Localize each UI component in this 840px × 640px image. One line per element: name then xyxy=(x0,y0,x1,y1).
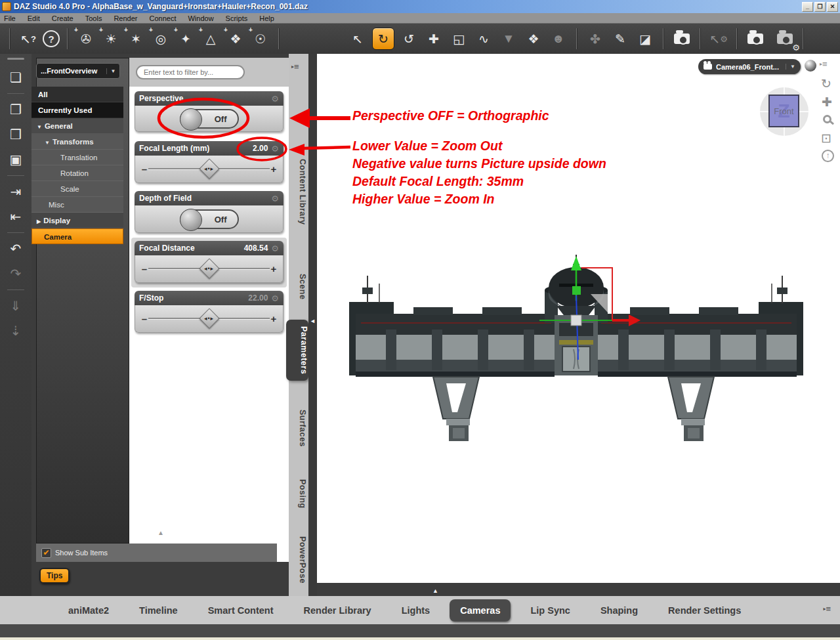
tree-item-transforms[interactable]: ▼Transforms xyxy=(32,134,123,150)
restore-button[interactable]: ❐ xyxy=(814,2,826,12)
tab-surfaces[interactable]: Surfaces xyxy=(290,410,307,447)
tree-item-all[interactable]: All xyxy=(32,87,123,102)
tree-item-translation[interactable]: Translation xyxy=(32,150,123,165)
new-point-light-icon[interactable]: +✶ xyxy=(125,28,146,49)
tree-item-camera-selected[interactable]: Camera xyxy=(32,228,123,244)
toggle-knob[interactable] xyxy=(180,108,202,131)
surface-selection-tool-icon[interactable]: ❖ xyxy=(523,28,544,49)
tab-lip-sync[interactable]: Lip Sync xyxy=(520,599,580,622)
node-selection-tool-icon[interactable]: ↖? xyxy=(18,28,39,49)
gear-icon[interactable]: ⚙ xyxy=(271,244,279,253)
slider-plus[interactable]: + xyxy=(270,313,278,324)
minimize-button[interactable]: _ xyxy=(802,2,813,12)
slider-plus[interactable]: + xyxy=(270,163,278,175)
menu-create[interactable]: Create xyxy=(52,14,74,22)
open-recent-icon[interactable]: ❒ xyxy=(6,123,26,146)
tab-parameters-active[interactable]: Parameters xyxy=(286,320,308,381)
geometry-editor-icon[interactable]: ◪ xyxy=(635,28,656,49)
tree-item-general[interactable]: ▼General xyxy=(32,118,123,134)
draw-style-sphere-icon[interactable] xyxy=(805,60,816,72)
focal-distance-value[interactable]: 408.54 xyxy=(244,244,268,253)
view-cube-front-face[interactable]: Z Front xyxy=(768,95,799,127)
undo-icon[interactable]: ↶ xyxy=(6,238,26,260)
menu-connect[interactable]: Connect xyxy=(150,14,177,22)
chevron-down-icon[interactable]: ▼ xyxy=(786,64,795,70)
menu-help[interactable]: Help xyxy=(259,14,274,22)
tab-powerpose[interactable]: PowerPose xyxy=(290,536,307,584)
bones-tool-icon[interactable]: ✤ xyxy=(585,28,606,49)
pane-splitter[interactable]: ◄ xyxy=(308,54,317,596)
tab-lights[interactable]: Lights xyxy=(391,599,441,622)
tab-render-library[interactable]: Render Library xyxy=(293,599,382,622)
menu-render[interactable]: Render xyxy=(114,14,137,22)
tab-cameras-active[interactable]: Cameras xyxy=(450,599,511,622)
camera-selector[interactable]: Camera06_Front... ▼ xyxy=(698,59,801,74)
focal-distance-slider[interactable]: – ◂•▸ + xyxy=(135,255,283,282)
gear-icon[interactable]: ⚙ xyxy=(271,144,279,154)
import-icon[interactable]: ⇥ xyxy=(6,181,26,203)
tab-timeline[interactable]: Timeline xyxy=(129,599,188,622)
spot-render-tool-icon[interactable] xyxy=(671,28,692,49)
expand-arrow-icon[interactable]: ▼ xyxy=(37,124,42,130)
tree-item-currently-used[interactable]: Currently Used xyxy=(32,102,123,118)
view-orientation-cube[interactable]: Z Front xyxy=(760,87,808,136)
gear-icon[interactable]: ⚙ xyxy=(271,293,279,303)
tab-posing[interactable]: Posing xyxy=(290,479,307,509)
viewport[interactable]: Camera06_Front... ▼ ▸≡ ↻ ✚ ⊡ ↑ Z Front xyxy=(317,54,840,596)
reset-view-icon[interactable]: ↑ xyxy=(822,150,834,162)
fstop-slider[interactable]: – ◂•▸ + xyxy=(135,305,283,332)
focal-length-value[interactable]: 2.00 xyxy=(253,144,268,153)
scale-tool-icon[interactable]: ◱ xyxy=(448,28,469,49)
new-linear-point-light-icon[interactable]: +◎ xyxy=(150,28,171,49)
tree-item-scale[interactable]: Scale xyxy=(32,181,123,197)
splitter-up-icon[interactable]: ▲ xyxy=(432,587,438,594)
collapse-arrow-icon[interactable]: ▶ xyxy=(37,219,41,224)
new-group-icon[interactable]: +☉ xyxy=(250,28,271,49)
tab-smart-content[interactable]: Smart Content xyxy=(198,599,284,622)
rotate-orbit-tool-icon-active[interactable]: ↻ xyxy=(372,28,394,50)
tree-item-display[interactable]: ▶Display xyxy=(32,213,123,228)
brush-tool-icon[interactable]: ✎ xyxy=(610,28,631,49)
menu-window[interactable]: Window xyxy=(188,14,213,22)
tree-item-misc[interactable]: Misc xyxy=(32,197,123,213)
node-preset-dropdown[interactable]: ...FrontOverview ▼ xyxy=(36,63,120,79)
frame-view-icon[interactable]: ⊡ xyxy=(821,131,831,146)
save-icon[interactable]: ▣ xyxy=(6,148,26,171)
slider-minus[interactable]: – xyxy=(140,263,148,274)
tab-render-settings[interactable]: Render Settings xyxy=(658,599,751,622)
render-settings-icon[interactable]: ⚙ xyxy=(774,28,795,49)
focal-length-slider[interactable]: – ◂•▸ + xyxy=(135,156,283,182)
tree-item-rotation[interactable]: Rotation xyxy=(32,165,123,181)
zoom-view-icon[interactable] xyxy=(823,115,831,123)
new-spotlight-icon[interactable]: +✦ xyxy=(175,28,196,49)
export-icon[interactable]: ⇤ xyxy=(6,205,26,228)
selection-mode-dropdown-icon[interactable]: ▼ xyxy=(498,28,519,49)
expand-arrow-icon[interactable]: ▼ xyxy=(45,140,50,146)
menu-tools[interactable]: Tools xyxy=(85,14,102,22)
toggle-knob[interactable] xyxy=(180,209,202,231)
joint-editor-tool-icon[interactable]: ∿ xyxy=(473,28,494,49)
pointer-settings-tool-icon[interactable]: ↖⚙ xyxy=(708,28,729,49)
menu-scripts[interactable]: Scripts xyxy=(226,14,248,22)
menu-file[interactable]: File xyxy=(4,14,16,22)
menu-edit[interactable]: Edit xyxy=(28,14,40,22)
viewport-3d-model[interactable] xyxy=(348,249,807,446)
show-sub-items-checkbox[interactable]: ✔ xyxy=(41,548,51,558)
tips-button[interactable]: Tips xyxy=(39,568,70,584)
slider-minus[interactable]: – xyxy=(140,313,148,324)
load-icon[interactable]: ⇣ xyxy=(6,320,26,342)
new-distant-light-icon[interactable]: +☀ xyxy=(100,28,121,49)
panel-options-icon[interactable]: ▸≡ xyxy=(823,604,831,614)
render-icon[interactable] xyxy=(745,28,766,49)
dof-toggle[interactable]: Off xyxy=(180,209,239,229)
panel-options-icon[interactable]: ▸≡ xyxy=(291,62,304,72)
chevron-down-icon[interactable]: ▼ xyxy=(106,68,119,74)
scroll-up-icon[interactable]: ▲ xyxy=(158,529,164,536)
collapse-handle-icon[interactable]: ◄ xyxy=(310,318,316,324)
new-camera-icon[interactable]: +✇ xyxy=(75,28,96,49)
slider-plus[interactable]: + xyxy=(270,263,278,274)
new-primitive-icon[interactable]: +△ xyxy=(200,28,221,49)
help-icon[interactable]: ? xyxy=(43,30,60,47)
viewport-options-icon[interactable]: ▸≡ xyxy=(820,59,828,69)
new-null-icon[interactable]: +❖ xyxy=(225,28,246,49)
